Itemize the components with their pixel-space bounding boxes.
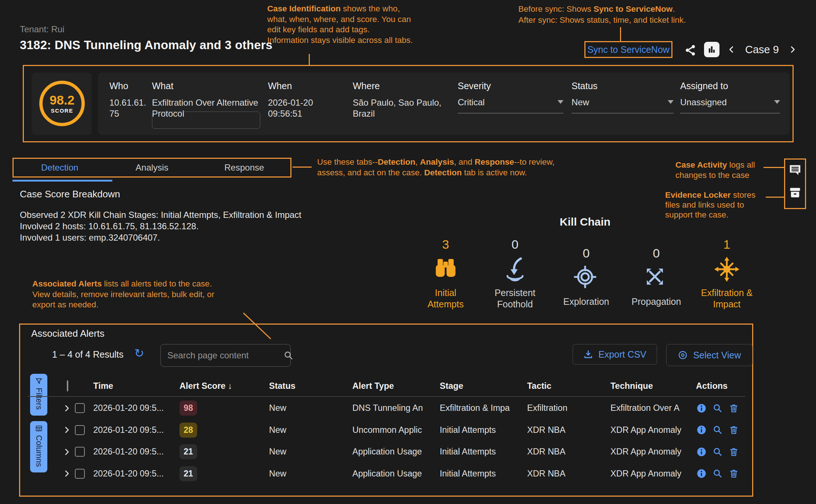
cell-tactic: XDR NBA [527,425,610,435]
cell-tactic: XDR NBA [527,469,610,479]
alert-row: 2026-01-20 09:5... 21 New Application Us… [20,441,752,463]
refresh-icon[interactable]: ↻ [134,346,144,360]
cell-alert-type: DNS Tunneling An [352,403,440,413]
field-label: Assigned to [680,81,780,91]
search-details-icon[interactable] [712,403,723,414]
cell-tactic: Exfiltration [527,403,610,413]
row-checkbox[interactable] [75,469,85,479]
search-details-icon[interactable] [712,424,723,435]
trash-icon[interactable] [728,424,739,435]
cell-status: New [269,425,352,435]
trash-icon[interactable] [728,468,739,479]
info-icon[interactable] [696,446,707,457]
select-all-checkbox[interactable] [67,380,68,391]
tab-detection[interactable]: Detection [14,159,106,176]
field-value: 10.61.61.75 [109,97,148,119]
cell-alert-type: Uncommon Applic [352,425,440,435]
field-label: What [152,81,264,91]
cell-technique: XDR App Anomaly [610,447,696,457]
field-label: When [268,81,345,91]
next-case-icon[interactable] [788,44,797,55]
connector-line [309,54,310,66]
column-header-alert-score[interactable]: Alert Score ↓ [179,381,269,391]
row-checkbox[interactable] [75,425,85,435]
search-input[interactable] [161,350,283,361]
kill-chain-stage-exploration: 0 Exploration [550,237,623,307]
side-rail [784,158,806,209]
expand-row-icon[interactable] [62,469,71,478]
binoculars-icon [431,255,460,284]
connector-line [764,167,784,168]
cell-status: New [269,469,352,479]
stage-count: 0 [512,237,519,252]
annotation-text: , [416,157,420,167]
sort-descending-icon: ↓ [228,381,232,391]
export-csv-button[interactable]: Export CSV [573,344,657,365]
expand-row-icon[interactable] [62,404,71,413]
status-select[interactable]: New [572,97,674,113]
cell-technique: Exfiltration Over A [610,403,696,413]
column-header-stage[interactable]: Stage [440,381,527,391]
case-navigation: Case 9 [728,42,797,57]
annotation-text: tab is active now. [462,168,527,177]
results-count: 1 – 4 of 4 Results [52,349,124,360]
bar-chart-icon[interactable] [704,42,719,57]
annotation-bold: Detection [378,157,416,167]
alert-row: 2026-01-20 09:5... 98 New DNS Tunneling … [20,397,752,419]
case-score-breakdown-heading: Case Score Breakdown [20,189,120,200]
column-header-tactic[interactable]: Tactic [527,381,610,391]
assigned-to-select[interactable]: Unassigned [680,97,780,113]
sync-to-servicenow-button[interactable]: Sync to ServiceNow [584,41,672,58]
row-checkbox[interactable] [75,403,85,413]
severity-select[interactable]: Critical [458,97,563,113]
search-details-icon[interactable] [712,446,723,457]
evidence-locker-icon[interactable] [788,185,802,200]
info-icon[interactable] [696,424,707,435]
expand-row-icon[interactable] [62,426,71,434]
select-view-button[interactable]: Select View [666,344,752,366]
info-icon[interactable] [696,468,707,479]
field-value: 2026-01-20 09:56:51 [268,97,345,119]
column-header-technique[interactable]: Technique [610,381,696,391]
stage-label: Exploration [563,296,609,307]
trash-icon[interactable] [728,446,739,457]
cell-alert-type: Application Usage [352,447,440,457]
expand-row-icon[interactable] [62,448,71,456]
previous-case-icon[interactable] [728,44,736,55]
field-label: Status [572,81,674,91]
case-nav-label: Case 9 [745,44,779,56]
case-score-breakdown-text: Observed 2 XDR Kill Chain Stages: Initia… [20,209,301,243]
sync-to-servicenow-label: Sync to ServiceNow [587,44,670,55]
annotation-bold: Evidence Locker [665,190,731,200]
stage-label: Initial Attempts [416,287,475,310]
chevron-down-icon [668,100,674,104]
column-header-status[interactable]: Status [269,381,352,391]
column-header-actions: Actions [696,381,752,391]
field-value: São Paulo, Sao Paulo, Brazil [353,97,456,119]
trash-icon[interactable] [728,403,739,414]
share-icon[interactable] [683,43,697,57]
search-details-icon[interactable] [712,468,723,479]
column-header-alert-type[interactable]: Alert Type [352,381,440,391]
annotation-sync: Before sync: Shows Sync to ServiceNow. A… [518,4,686,26]
kill-chain-title: Kill Chain [541,216,629,228]
annotation-case-identification: Case Identification shows the who, what,… [267,4,413,45]
add-tags-input[interactable] [152,112,260,129]
field-when: When 2026-01-20 09:56:51 [268,81,345,119]
tab-response[interactable]: Response [198,159,290,176]
alert-row: 2026-01-20 09:5... 21 New Application Us… [20,463,752,485]
kill-chain-stage-persistent-foothold: 0 Persistent Foothold [478,237,552,310]
connector-line [293,167,312,168]
annotation-tabs: Use these tabs--Detection, Analysis, and… [317,157,555,178]
info-icon[interactable] [696,403,707,414]
tab-analysis[interactable]: Analysis [106,159,198,176]
stage-label: Exfiltration & Impact [697,287,756,310]
annotation-bold: Associated Alerts [32,279,102,288]
search-icon[interactable] [283,350,294,361]
field-label: Severity [458,81,563,91]
column-header-time[interactable]: Time [93,381,179,391]
row-checkbox[interactable] [75,447,85,457]
stage-label: Propagation [632,296,681,307]
case-activity-icon[interactable] [788,162,802,177]
cell-stage: Initial Attempts [440,447,527,457]
